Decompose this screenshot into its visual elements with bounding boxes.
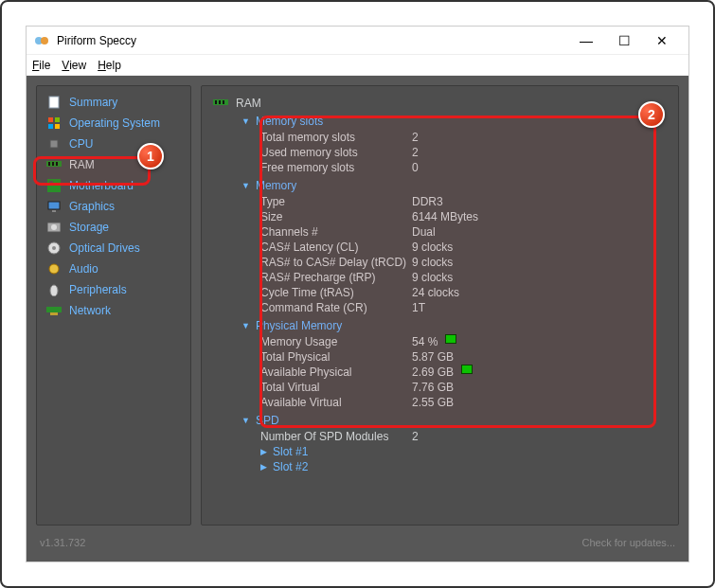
main-panel: RAM ▼Memory slots Total memory slots2 Us… [201,85,679,526]
usage-bar-icon [461,365,473,374]
sidebar-item-label: Optical Drives [69,241,140,255]
row-aphys: Available Physical2.69 GB [260,365,667,380]
chevron-down-icon: ▼ [241,181,250,190]
svg-rect-3 [48,117,53,122]
maximize-button[interactable]: ☐ [605,27,643,54]
peripherals-icon [46,282,62,297]
main-header: RAM [213,96,667,111]
row-size: Size6144 MBytes [260,209,667,224]
close-button[interactable]: ✕ [643,27,681,54]
menu-view[interactable]: View [62,59,86,72]
svg-rect-23 [50,312,58,315]
spd-slot-1[interactable]: ▶Slot #1 [260,444,667,459]
sidebar-item-summary[interactable]: Summary [41,92,187,113]
graphics-icon [46,199,62,214]
sidebar-item-optical[interactable]: Optical Drives [41,238,187,258]
section-physical[interactable]: ▼Physical Memory [241,319,667,332]
sidebar-item-label: Network [69,304,111,317]
section-memory[interactable]: ▼Memory [241,179,667,192]
summary-icon [46,95,62,110]
row-used-slots: Used memory slots2 [260,145,667,160]
sidebar-item-audio[interactable]: Audio [41,258,187,279]
svg-rect-22 [46,307,62,312]
svg-rect-26 [219,100,221,104]
row-tras: Cycle Time (tRAS)24 clocks [260,285,667,300]
svg-rect-25 [215,100,217,104]
app-window: Piriform Speccy — ☐ ✕ File View Help Sum… [26,26,689,562]
svg-rect-9 [48,162,50,166]
sidebar-item-storage[interactable]: Storage [41,217,187,238]
sidebar-item-label: Motherboard [69,179,134,192]
sidebar-item-ram[interactable]: RAM [41,154,187,175]
chevron-down-icon: ▼ [241,116,250,126]
ram-icon [46,157,62,172]
svg-rect-7 [50,140,58,148]
chevron-right-icon: ▶ [260,459,267,474]
sidebar-item-motherboard[interactable]: Motherboard [41,175,187,196]
storage-icon [46,220,62,235]
app-icon [34,33,49,48]
sidebar: Summary Operating System CPU RAM Motherb… [36,85,191,526]
usage-bar-icon [445,334,456,344]
ram-icon [213,96,228,111]
row-spd-modules: Number Of SPD Modules2 [260,429,667,444]
svg-rect-4 [55,117,60,122]
row-avirt: Available Virtual2.55 GB [260,395,667,410]
titlebar: Piriform Speccy — ☐ ✕ [27,27,688,55]
row-cr: Command Rate (CR)1T [260,300,667,315]
motherboard-icon [46,178,62,193]
row-usage: Memory Usage54 % [260,334,667,349]
row-type: TypeDDR3 [260,194,667,209]
audio-icon [46,261,62,276]
svg-rect-27 [223,100,224,104]
menu-help[interactable]: Help [98,59,121,72]
app-title: Piriform Speccy [57,34,567,47]
optical-icon [46,241,62,256]
spd-slot-2[interactable]: ▶Slot #2 [260,459,667,474]
menubar: File View Help [27,55,688,76]
svg-rect-13 [49,181,53,185]
svg-rect-5 [48,124,53,129]
svg-rect-11 [56,162,58,166]
row-trp: RAS# Precharge (tRP)9 clocks [260,270,667,285]
sidebar-item-network[interactable]: Network [41,300,187,321]
sidebar-item-label: Graphics [69,200,115,213]
section-memory-slots[interactable]: ▼Memory slots [241,115,667,128]
sidebar-item-label: CPU [69,137,93,151]
client-area: Summary Operating System CPU RAM Motherb… [27,76,688,561]
sidebar-item-cpu[interactable]: CPU [41,134,187,154]
cpu-icon [46,136,62,151]
chevron-down-icon: ▼ [241,416,250,425]
main-title: RAM [236,97,261,110]
menu-file[interactable]: File [32,59,50,72]
os-icon [46,116,62,131]
network-icon [46,303,62,318]
sidebar-item-label: Operating System [69,116,160,130]
svg-point-21 [50,285,58,296]
row-cl: CAS# Latency (CL)9 clocks [260,240,667,255]
row-channels: Channels #Dual [260,224,667,240]
svg-rect-15 [52,210,56,212]
sidebar-item-peripherals[interactable]: Peripherals [41,279,187,300]
svg-point-17 [51,224,57,230]
chevron-right-icon: ▶ [260,444,267,459]
row-tphys: Total Physical5.87 GB [260,349,667,365]
svg-rect-10 [52,162,54,166]
row-total-slots: Total memory slots2 [260,130,667,145]
svg-rect-14 [48,202,60,209]
section-spd[interactable]: ▼SPD [241,414,667,427]
sidebar-item-graphics[interactable]: Graphics [41,196,187,217]
svg-rect-2 [49,97,59,108]
row-free-slots: Free memory slots0 [260,160,667,175]
sidebar-item-label: Summary [69,96,117,109]
svg-point-20 [49,264,59,274]
sidebar-item-os[interactable]: Operating System [41,113,187,134]
svg-point-19 [52,246,56,250]
svg-point-1 [41,37,48,45]
minimize-button[interactable]: — [567,27,605,54]
check-updates-link[interactable]: Check for updates... [582,537,675,548]
row-tvirt: Total Virtual7.76 GB [260,380,667,395]
sidebar-item-label: Storage [69,221,109,234]
svg-rect-6 [55,124,60,129]
sidebar-item-label: Audio [69,262,98,276]
